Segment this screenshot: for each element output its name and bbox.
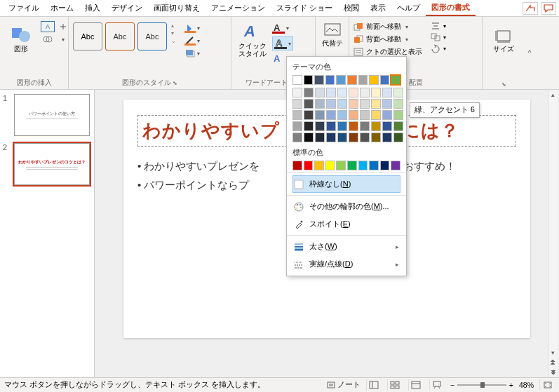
zoom-percent[interactable]: 48% (519, 381, 534, 389)
shade-color-swatch[interactable] (349, 133, 358, 142)
shade-color-swatch[interactable] (315, 99, 325, 109)
shade-color-swatch[interactable] (304, 110, 314, 120)
fit-window-icon[interactable] (539, 379, 555, 391)
shape-style-launcher[interactable]: ⬊ (173, 80, 177, 86)
shade-color-swatch[interactable] (360, 110, 370, 120)
shapes-gallery-button[interactable]: 図形 (4, 21, 38, 53)
shape-effects-dropdown[interactable]: ▾ (183, 48, 201, 59)
bring-forward-button[interactable]: 前面へ移動▾ (353, 21, 422, 32)
shade-color-swatch[interactable] (360, 133, 370, 142)
text-outline-dropdown[interactable]: A▾ (272, 36, 293, 50)
shade-color-swatch[interactable] (292, 133, 302, 142)
slideshow-view-icon[interactable] (429, 379, 445, 391)
menu-design[interactable]: デザイン (106, 1, 148, 15)
menu-insert[interactable]: 挿入 (79, 1, 106, 15)
no-outline-item[interactable]: 枠線なし(N) (292, 175, 400, 193)
style-gallery-up[interactable]: ▴ (171, 22, 176, 29)
shape-outline-dropdown[interactable]: ▾ (183, 35, 201, 46)
shade-color-swatch[interactable] (349, 88, 358, 97)
shade-color-swatch[interactable] (360, 88, 370, 97)
more-colors-item[interactable]: その他の輪郭の色(M)... (292, 198, 400, 215)
shade-color-swatch[interactable] (393, 121, 403, 131)
standard-color-swatch[interactable] (336, 161, 346, 170)
menu-transitions[interactable]: 画面切り替え (148, 1, 206, 15)
dashes-item[interactable]: 実線/点線(D)▸ (292, 255, 400, 273)
normal-view-icon[interactable] (366, 379, 382, 391)
comments-icon[interactable] (541, 2, 556, 15)
shade-color-swatch[interactable] (371, 99, 381, 109)
shape-edit[interactable] (56, 21, 70, 32)
shade-color-swatch[interactable] (393, 133, 403, 142)
share-icon[interactable] (523, 2, 538, 15)
shade-color-swatch[interactable] (292, 110, 302, 120)
quick-styles-button[interactable]: A クイック スタイル (236, 18, 269, 58)
menu-shape-format[interactable]: 図形の書式 (426, 0, 476, 16)
text-fill-dropdown[interactable]: A▾ (272, 22, 293, 34)
standard-color-swatch[interactable] (292, 161, 302, 170)
shade-color-swatch[interactable] (315, 133, 325, 142)
shade-color-swatch[interactable] (304, 133, 314, 142)
shape-fill-dropdown[interactable]: ▾ (183, 22, 201, 34)
shade-color-swatch[interactable] (315, 110, 325, 120)
menu-home[interactable]: ホーム (45, 1, 79, 15)
shade-color-swatch[interactable] (382, 110, 392, 120)
shade-color-swatch[interactable] (304, 99, 314, 109)
standard-color-swatch[interactable] (325, 161, 335, 170)
shade-color-swatch[interactable] (315, 121, 325, 131)
shade-color-swatch[interactable] (292, 121, 302, 131)
notes-button[interactable]: ノート (327, 380, 361, 390)
shade-color-swatch[interactable] (360, 121, 370, 131)
send-backward-button[interactable]: 背面へ移動▾ (353, 34, 422, 45)
standard-color-swatch[interactable] (391, 161, 400, 170)
theme-color-swatch[interactable] (304, 75, 314, 85)
menu-review[interactable]: 校閲 (338, 1, 365, 15)
shade-color-swatch[interactable] (371, 121, 381, 131)
standard-color-swatch[interactable] (314, 161, 324, 170)
menu-view[interactable]: 表示 (365, 1, 391, 15)
theme-color-swatch[interactable] (358, 75, 368, 85)
style-preset-1[interactable]: Abc (73, 22, 102, 50)
shade-color-swatch[interactable] (326, 133, 336, 142)
shade-color-swatch[interactable] (393, 88, 403, 97)
menu-help[interactable]: ヘルプ (391, 1, 426, 15)
eyedropper-item[interactable]: スポイト(E) (292, 215, 400, 233)
menu-animations[interactable]: アニメーション (206, 1, 271, 15)
zoom-in-icon[interactable]: + (509, 381, 513, 389)
zoom-out-icon[interactable]: − (450, 381, 454, 389)
shade-color-swatch[interactable] (337, 99, 347, 109)
shade-color-swatch[interactable] (382, 99, 392, 109)
shade-color-swatch[interactable] (349, 99, 358, 109)
shade-color-swatch[interactable] (292, 88, 302, 97)
shade-color-swatch[interactable] (304, 121, 314, 131)
zoom-slider[interactable]: − + (450, 381, 513, 389)
prev-slide-icon[interactable]: ⯭ (548, 358, 558, 367)
shade-color-swatch[interactable] (326, 121, 336, 131)
vertical-scrollbar[interactable]: ▴ ▾ ⯭ ⯯ (548, 90, 558, 377)
standard-color-swatch[interactable] (304, 161, 314, 170)
style-gallery-down[interactable]: ▾ (171, 30, 176, 36)
shade-color-swatch[interactable] (337, 133, 347, 142)
shade-color-swatch[interactable] (315, 88, 325, 97)
theme-color-swatch[interactable] (391, 75, 400, 85)
shade-color-swatch[interactable] (349, 110, 358, 120)
shade-color-swatch[interactable] (393, 99, 403, 109)
shape-more[interactable]: ▾ (56, 34, 70, 45)
theme-color-swatch[interactable] (336, 75, 346, 85)
standard-color-swatch[interactable] (358, 161, 368, 170)
menu-slideshow[interactable]: スライド ショー (271, 1, 338, 15)
scroll-up-icon[interactable]: ▴ (548, 90, 558, 100)
standard-color-swatch[interactable] (369, 161, 379, 170)
shade-color-swatch[interactable] (371, 110, 381, 120)
shade-color-swatch[interactable] (382, 133, 392, 142)
style-preset-2[interactable]: Abc (105, 22, 135, 50)
style-gallery-more[interactable]: ⌄ (171, 38, 176, 44)
alt-text-button[interactable]: 代替テ (320, 18, 344, 47)
style-preset-3[interactable]: Abc (137, 22, 167, 50)
slide-thumb-1[interactable]: パワーポイントの使い方 (14, 94, 90, 136)
rotate-button[interactable]: ▾ (431, 43, 446, 53)
shade-color-swatch[interactable] (337, 88, 347, 97)
shade-color-swatch[interactable] (292, 99, 302, 109)
shade-color-swatch[interactable] (371, 88, 381, 97)
menu-file[interactable]: ファイル (3, 1, 45, 15)
shade-color-swatch[interactable] (349, 121, 358, 131)
